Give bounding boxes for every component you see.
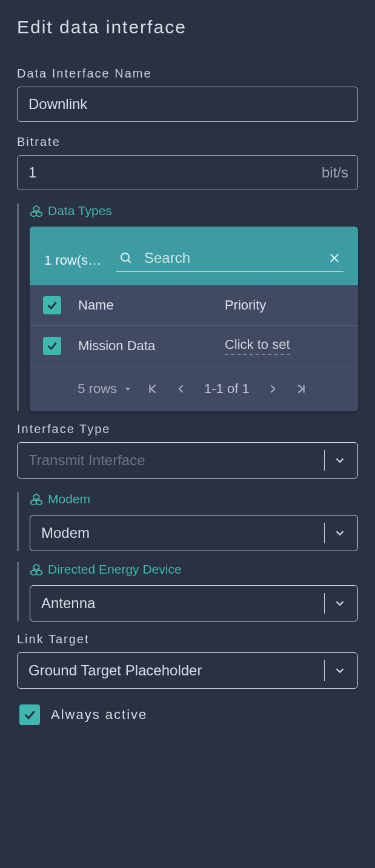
interface-type-select[interactable]: Transmit Interface <box>17 442 358 479</box>
row-name-cell: Mission Data <box>78 338 210 354</box>
svg-line-1 <box>128 260 131 263</box>
chevron-down-icon <box>333 454 357 467</box>
link-target-label: Link Target <box>17 632 358 646</box>
boxes-icon <box>30 205 43 217</box>
modem-value: Modem <box>41 525 316 542</box>
name-input[interactable] <box>17 87 358 122</box>
pager-prev-button[interactable] <box>173 380 190 397</box>
page-size-label: 5 rows <box>78 381 117 397</box>
search-input[interactable] <box>144 250 325 267</box>
row-checkbox[interactable] <box>43 337 61 355</box>
chevron-down-icon <box>123 384 133 394</box>
boxes-icon <box>30 493 43 505</box>
interface-type-value: Transmit Interface <box>28 452 316 469</box>
rows-selected-text: 1 row(s) … <box>44 253 105 268</box>
chevron-down-icon <box>333 597 357 610</box>
modem-label: Modem <box>48 492 90 506</box>
search-icon <box>116 248 136 268</box>
page-title: Edit data interface <box>17 17 358 38</box>
data-types-label: Data Types <box>48 204 112 218</box>
column-header-priority[interactable]: Priority <box>225 297 345 313</box>
modem-select[interactable]: Modem <box>30 515 358 551</box>
table-row: Mission Data Click to set <box>30 326 358 366</box>
ded-label: Directed Energy Device <box>48 562 182 577</box>
always-active-checkbox[interactable] <box>19 704 40 725</box>
column-header-name[interactable]: Name <box>78 297 210 313</box>
pager-next-button[interactable] <box>264 380 281 397</box>
link-target-select[interactable]: Ground Target Placeholder <box>17 652 358 689</box>
link-target-value: Ground Target Placeholder <box>28 662 316 679</box>
pager-first-button[interactable] <box>144 380 162 398</box>
always-active-label: Always active <box>51 707 147 723</box>
svg-point-0 <box>121 253 129 261</box>
bitrate-input[interactable] <box>17 155 358 190</box>
ded-value: Antenna <box>41 595 316 612</box>
boxes-icon <box>30 563 43 575</box>
ded-header: Directed Energy Device <box>30 562 358 577</box>
row-priority-cell[interactable]: Click to set <box>225 337 290 355</box>
data-types-header: Data Types <box>30 204 358 218</box>
page-size-select[interactable]: 5 rows <box>78 381 133 397</box>
chevron-down-icon <box>333 664 357 677</box>
bitrate-label: Bitrate <box>17 135 358 149</box>
interface-type-label: Interface Type <box>17 422 358 436</box>
clear-search-button[interactable] <box>325 249 343 267</box>
pager-info: 1-1 of 1 <box>204 381 250 397</box>
ded-select[interactable]: Antenna <box>30 585 358 621</box>
select-all-checkbox[interactable] <box>43 296 61 314</box>
chevron-down-icon <box>333 526 357 540</box>
svg-marker-4 <box>125 388 130 391</box>
pager-last-button[interactable] <box>292 380 310 398</box>
name-label: Data Interface Name <box>17 67 358 81</box>
modem-header: Modem <box>30 492 358 506</box>
data-types-card: 1 row(s) … <box>30 227 358 411</box>
